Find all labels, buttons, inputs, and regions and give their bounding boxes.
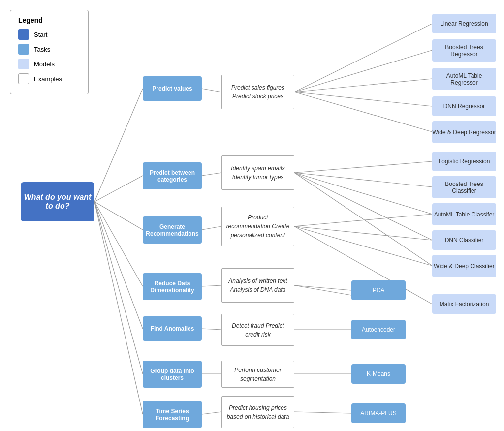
svg-line-22: [294, 173, 432, 240]
legend-label-examples: Examples: [34, 75, 62, 83]
svg-line-4: [94, 202, 143, 329]
svg-line-17: [294, 92, 432, 106]
svg-line-24: [294, 214, 432, 226]
svg-line-21: [294, 173, 432, 214]
example-node-e5: Detect fraud Predict credit risk: [221, 314, 294, 346]
svg-line-29: [294, 285, 351, 295]
svg-line-14: [294, 24, 432, 92]
model-node-m8: AutoML Table Classifer: [432, 203, 496, 225]
model-node-mm3: K-Means: [351, 364, 406, 384]
task-node-t5[interactable]: Find Anomalies: [143, 316, 202, 341]
legend-title: Legend: [18, 16, 80, 24]
svg-line-15: [294, 50, 432, 92]
svg-line-32: [294, 412, 351, 413]
legend: Legend Start Tasks Models Examples: [10, 10, 89, 94]
start-label: What do you want to do?: [21, 193, 94, 211]
example-node-e6: Perform customer segmentation: [221, 361, 294, 388]
start-node: What do you want to do?: [21, 182, 94, 221]
svg-line-5: [94, 202, 143, 374]
task-node-t4[interactable]: Reduce Data Dimenstionality: [143, 273, 202, 300]
example-node-e1: Predict sales figures Predict stock pric…: [221, 75, 294, 109]
legend-color-tasks: [18, 44, 29, 55]
svg-line-9: [202, 226, 221, 230]
model-node-mm2: Autoencoder: [351, 320, 406, 339]
model-node-m4: DNN Regressor: [432, 96, 496, 116]
legend-label-tasks: Tasks: [34, 46, 50, 53]
svg-line-20: [294, 173, 432, 187]
model-node-m2: Boosted Trees Regressor: [432, 39, 496, 62]
task-node-t3[interactable]: Generate Recommendations: [143, 216, 202, 244]
svg-line-18: [294, 92, 432, 132]
svg-line-28: [294, 285, 351, 290]
model-node-m11: Matix Factorization: [432, 294, 496, 314]
svg-line-23: [294, 173, 432, 266]
legend-item-examples: Examples: [18, 73, 80, 84]
svg-line-1: [94, 176, 143, 202]
model-node-m10: Wide & Deep Classifier: [432, 255, 496, 277]
legend-color-models: [18, 59, 29, 69]
model-node-m5: Wide & Deep Regressor: [432, 121, 496, 143]
svg-line-7: [202, 89, 221, 92]
svg-line-26: [294, 226, 432, 266]
model-node-m7: Boosted Trees Classifier: [432, 176, 496, 198]
model-node-mm1: PCA: [351, 280, 406, 300]
legend-color-start: [18, 29, 29, 40]
model-node-m6: Logistic Regression: [432, 152, 496, 171]
model-node-m9: DNN Classifier: [432, 230, 496, 250]
example-node-e7: Predict housing prices based on historic…: [221, 396, 294, 428]
example-node-e4: Analysis of written text Analysis of DNA…: [221, 268, 294, 303]
svg-line-25: [294, 226, 432, 240]
legend-label-models: Models: [34, 61, 55, 68]
svg-line-0: [94, 89, 143, 202]
svg-line-13: [202, 412, 221, 414]
svg-line-19: [294, 161, 432, 173]
svg-line-6: [94, 202, 143, 414]
example-node-e3: Product recommendation Create personaliz…: [221, 207, 294, 246]
task-node-t7[interactable]: Time Series Forecasting: [143, 401, 202, 428]
legend-label-start: Start: [34, 31, 47, 38]
task-node-t2[interactable]: Predict between categories: [143, 162, 202, 189]
task-node-t6[interactable]: Group data into clusters: [143, 361, 202, 388]
svg-line-3: [94, 202, 143, 286]
model-node-mm4: ARIMA-PLUS: [351, 403, 406, 423]
legend-item-start: Start: [18, 29, 80, 40]
svg-line-2: [94, 202, 143, 230]
model-node-m1: Linear Regression: [432, 14, 496, 33]
legend-color-examples: [18, 73, 29, 84]
svg-line-11: [202, 329, 221, 330]
example-node-e2: Identify spam emails Identify tumor type…: [221, 155, 294, 190]
legend-item-models: Models: [18, 59, 80, 69]
svg-line-10: [202, 285, 221, 286]
task-node-t1[interactable]: Predict values: [143, 76, 202, 101]
svg-line-8: [202, 173, 221, 176]
legend-item-tasks: Tasks: [18, 44, 80, 55]
model-node-m3: AutoML Table Regressor: [432, 68, 496, 90]
svg-line-16: [294, 79, 432, 92]
